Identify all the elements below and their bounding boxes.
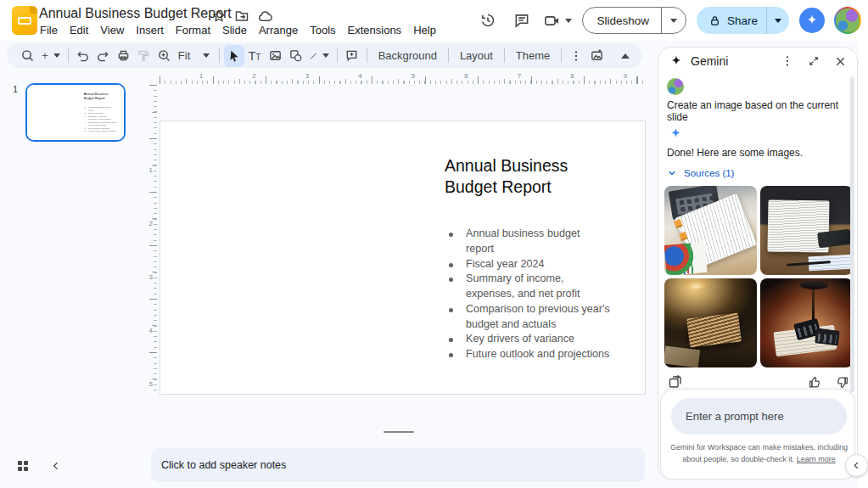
hide-menus-button[interactable]: [615, 45, 636, 67]
redo-icon[interactable]: [93, 45, 114, 67]
document-title[interactable]: Annual Business Budget Report: [39, 6, 232, 21]
menu-bar: File Edit View Insert Format Slide Arran…: [34, 22, 442, 38]
background-button[interactable]: Background: [372, 49, 444, 62]
gemini-spark-button[interactable]: [799, 8, 825, 33]
menu-slide[interactable]: Slide: [216, 22, 253, 38]
lock-icon: [708, 14, 721, 27]
side-panel-rail: [859, 41, 868, 488]
collapse-side-panel-button[interactable]: [845, 454, 868, 477]
generated-image-4[interactable]: [760, 278, 853, 367]
calculator-shape: [815, 328, 840, 345]
bullet-item[interactable]: Future outlook and projections: [446, 347, 637, 362]
share-dropdown[interactable]: [767, 7, 789, 34]
gemini-panel-title: Gemini: [691, 54, 728, 68]
select-tool-button[interactable]: [224, 45, 244, 67]
lamp-shape: [800, 281, 828, 289]
grid-view-icon[interactable]: [15, 458, 31, 474]
chevron-down-icon: [667, 168, 677, 178]
gemini-panel-header: Gemini: [658, 48, 857, 75]
expand-panel-icon[interactable]: [805, 53, 822, 70]
slideshow-label[interactable]: Slideshow: [583, 8, 662, 33]
chevron-down-icon: [565, 19, 572, 23]
slide-title[interactable]: Annual Business Budget Report: [445, 155, 587, 197]
slideshow-dropdown[interactable]: [662, 8, 686, 33]
bullet-item[interactable]: Summary of income, expenses, and net pro…: [446, 272, 637, 302]
print-icon[interactable]: [114, 45, 134, 67]
slide-number: 1: [13, 84, 18, 94]
share-button[interactable]: Share: [697, 7, 789, 34]
panel-scrollbar[interactable]: [850, 76, 854, 392]
thumbs-up-icon[interactable]: [806, 373, 823, 390]
menu-tools[interactable]: Tools: [304, 22, 341, 38]
export-image-icon[interactable]: [586, 45, 607, 67]
zoom-fit-value: Fit: [178, 49, 190, 62]
speaker-notes-input[interactable]: Click to add speaker notes: [151, 448, 645, 482]
generated-image-3[interactable]: [664, 278, 757, 367]
search-menus-icon[interactable]: [17, 45, 37, 67]
paper-stack-shape: [687, 313, 742, 348]
generated-image-2[interactable]: [760, 186, 853, 275]
layout-button[interactable]: Layout: [453, 49, 500, 62]
close-panel-icon[interactable]: [832, 53, 848, 70]
gemini-response-sparkle-icon: [669, 126, 683, 141]
chevron-down-icon: [203, 53, 210, 58]
thumbnail-slide-title: Annual Business Budget Report: [84, 92, 112, 100]
bullet-item[interactable]: Fiscal year 2024: [446, 257, 637, 272]
shape-tool-icon[interactable]: [285, 45, 305, 67]
learn-more-link[interactable]: Learn more: [797, 455, 836, 463]
version-history-icon[interactable]: [477, 9, 499, 31]
thumbs-down-icon[interactable]: [833, 373, 850, 390]
lamp-shape: [812, 285, 815, 323]
menu-insert[interactable]: Insert: [130, 22, 170, 38]
menu-extensions[interactable]: Extensions: [342, 22, 408, 38]
join-call-button[interactable]: [543, 12, 572, 30]
text-box-tool-icon[interactable]: TT: [244, 45, 265, 67]
slideshow-button[interactable]: Slideshow: [582, 7, 686, 34]
gemini-disclaimer: Gemini for Workspace can make mistakes, …: [669, 442, 848, 466]
insert-images-icon[interactable]: [667, 373, 684, 390]
insert-comment-icon[interactable]: [342, 45, 362, 67]
slide-thumbnail[interactable]: Annual Business Budget Report Annual bus…: [25, 83, 126, 142]
more-options-icon[interactable]: [566, 45, 586, 67]
share-label: Share: [727, 14, 758, 27]
generated-image-grid: [664, 186, 853, 367]
new-slide-button[interactable]: [37, 45, 64, 67]
menu-edit[interactable]: Edit: [64, 22, 94, 38]
undo-icon[interactable]: [73, 45, 93, 67]
google-slides-app: Annual Business Budget Report File Edit …: [0, 0, 868, 488]
collapse-filmstrip-icon[interactable]: [48, 458, 64, 474]
prompt-input[interactable]: [671, 398, 847, 435]
sources-toggle[interactable]: Sources (1): [667, 168, 734, 178]
gemini-prompt-footer: Gemini for Workspace can make mistakes, …: [660, 389, 855, 479]
slide-body-text[interactable]: Annual business budget report Fiscal yea…: [446, 227, 637, 362]
app-header: Annual Business Budget Report File Edit …: [0, 0, 868, 41]
bullet-item[interactable]: Key drivers of variance: [446, 332, 637, 347]
document-shape: [664, 345, 701, 367]
menu-help[interactable]: Help: [407, 22, 442, 38]
menu-file[interactable]: File: [34, 22, 64, 38]
paint-format-icon[interactable]: [134, 45, 154, 67]
bullet-item[interactable]: Comparison to previous year's budget and…: [446, 302, 637, 333]
menu-format[interactable]: Format: [170, 22, 216, 38]
toolbar: Fit TT Background Layout Theme: [7, 43, 642, 68]
line-tool-button[interactable]: [305, 45, 333, 67]
notes-resize-handle[interactable]: [384, 431, 414, 433]
zoom-icon[interactable]: [154, 45, 175, 67]
theme-button[interactable]: Theme: [509, 49, 557, 62]
speaker-notes-placeholder: Click to add speaker notes: [161, 459, 286, 471]
user-avatar: [667, 78, 684, 95]
comments-icon[interactable]: [511, 9, 533, 31]
insert-image-tool-icon[interactable]: [265, 45, 285, 67]
menu-arrange[interactable]: Arrange: [253, 22, 304, 38]
bullet-item[interactable]: Annual business budget report: [446, 227, 637, 257]
chart-paper-shape: [664, 242, 707, 275]
gemini-sparkle-icon: [669, 54, 683, 68]
zoom-fit-select[interactable]: Fit: [175, 49, 215, 62]
chevron-down-icon: [322, 53, 329, 58]
thumbnail-slide-bullets: Annual business budget report Fiscal yea…: [84, 106, 122, 133]
menu-view[interactable]: View: [94, 22, 130, 38]
slide-canvas[interactable]: Annual Business Budget Report Annual bus…: [160, 121, 646, 395]
gemini-more-options-icon[interactable]: [779, 53, 796, 70]
account-avatar[interactable]: [834, 7, 861, 34]
generated-image-1[interactable]: [664, 186, 757, 275]
